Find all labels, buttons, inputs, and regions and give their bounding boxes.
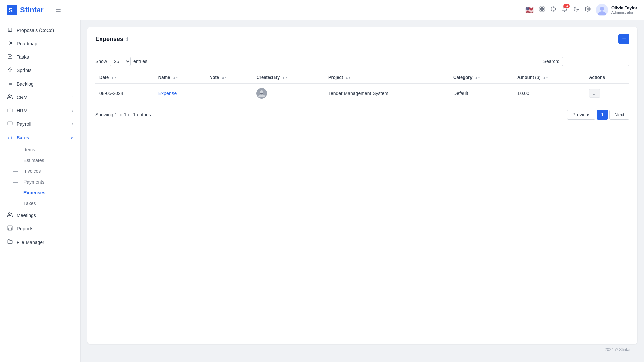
settings-icon[interactable] xyxy=(585,6,591,14)
sidebar-item-payroll[interactable]: Payroll › xyxy=(0,117,80,131)
table-header-row: Date ▲▼ Name ▲▼ Note ▲▼ Created By xyxy=(95,71,629,84)
sort-icon: ▲▼ xyxy=(543,76,548,79)
svg-point-39 xyxy=(260,93,263,95)
sidebar-item-label: Reports xyxy=(17,226,33,231)
sidebar-sub-label: Items xyxy=(23,147,35,152)
dash-icon: — xyxy=(13,147,18,152)
sidebar-item-meetings[interactable]: Meetings xyxy=(0,209,80,222)
hamburger-button[interactable]: ☰ xyxy=(56,6,61,14)
search-label: Search: xyxy=(543,59,559,64)
actions-button[interactable]: ... xyxy=(589,89,600,98)
reports-icon xyxy=(7,225,13,232)
cell-created-by xyxy=(252,84,324,103)
sidebar-item-reports[interactable]: Reports xyxy=(0,222,80,236)
sidebar-sub-item-items[interactable]: — Items xyxy=(0,144,80,155)
dash-icon: — xyxy=(13,179,18,185)
col-project[interactable]: Project ▲▼ xyxy=(324,71,449,84)
sidebar-sub-label: Invoices xyxy=(23,168,41,174)
sidebar-item-label: Sales xyxy=(17,135,29,140)
col-amount[interactable]: Amount ($) ▲▼ xyxy=(513,71,585,84)
card-header: Expenses ℹ + xyxy=(95,34,629,50)
header-left: S Stintar ☰ xyxy=(7,5,61,15)
cell-actions: ... xyxy=(585,84,629,103)
col-category[interactable]: Category ▲▼ xyxy=(449,71,513,84)
dash-icon: — xyxy=(13,158,18,163)
hrm-icon xyxy=(7,107,13,114)
sidebar-item-label: Sprints xyxy=(17,68,32,73)
table-controls: Show 25 10 50 100 entries Search: xyxy=(95,57,629,66)
logo-icon: S xyxy=(7,5,17,15)
sidebar-item-tasks[interactable]: Tasks xyxy=(0,50,80,64)
sidebar-item-label: Payroll xyxy=(17,121,31,127)
user-profile[interactable]: Olivia Taylor Administrator xyxy=(596,4,637,16)
sidebar: Proposals (CoCo) Roadmap Tasks Sprints B… xyxy=(0,20,81,362)
expense-link[interactable]: Expense xyxy=(158,91,177,96)
svg-point-25 xyxy=(8,95,10,96)
crosshair-icon[interactable] xyxy=(550,6,556,14)
backlog-icon xyxy=(7,81,13,87)
brand-name: Stintar xyxy=(20,6,44,14)
svg-text:S: S xyxy=(9,7,13,14)
showing-text: Showing 1 to 1 of 1 entries xyxy=(95,112,151,117)
user-info: Olivia Taylor Administrator xyxy=(611,5,637,14)
meetings-icon xyxy=(7,212,13,219)
card-title-row: Expenses ℹ xyxy=(95,36,128,43)
current-page[interactable]: 1 xyxy=(597,110,608,120)
search-input[interactable] xyxy=(562,57,629,66)
sidebar-sub-label: Expenses xyxy=(23,190,45,195)
sidebar-sub-item-estimates[interactable]: — Estimates xyxy=(0,155,80,166)
dark-mode-icon[interactable] xyxy=(573,6,579,14)
svg-rect-2 xyxy=(540,7,541,8)
creator-avatar-cell xyxy=(256,88,320,99)
sidebar-sub-label: Payments xyxy=(23,179,44,185)
col-name[interactable]: Name ▲▼ xyxy=(154,71,205,84)
sort-icon: ▲▼ xyxy=(222,76,227,79)
sidebar-item-crm[interactable]: CRM › xyxy=(0,91,80,104)
dash-icon: — xyxy=(13,190,18,195)
sidebar-sub-item-invoices[interactable]: — Invoices xyxy=(0,166,80,176)
sidebar-item-backlog[interactable]: Backlog xyxy=(0,77,80,91)
notification-badge: 54 xyxy=(563,4,570,8)
add-expense-button[interactable]: + xyxy=(618,34,629,44)
sidebar-sub-item-payments[interactable]: — Payments xyxy=(0,176,80,187)
chevron-down-icon: ∨ xyxy=(70,135,73,140)
sidebar-item-hrm[interactable]: HRM › xyxy=(0,104,80,117)
col-actions: Actions xyxy=(585,71,629,84)
layout: Proposals (CoCo) Roadmap Tasks Sprints B… xyxy=(0,20,644,362)
svg-marker-18 xyxy=(8,67,12,72)
header: S Stintar ☰ 🇺🇸 54 xyxy=(0,0,644,20)
sidebar-item-label: Meetings xyxy=(17,213,36,218)
header-right: 🇺🇸 54 Olivia Taylor xyxy=(525,4,637,16)
dash-icon: — xyxy=(13,168,18,174)
flag-icon[interactable]: 🇺🇸 xyxy=(525,6,534,14)
entries-select[interactable]: 25 10 50 100 xyxy=(110,57,131,66)
col-created-by[interactable]: Created By ▲▼ xyxy=(252,71,324,84)
sidebar-item-file-manager[interactable]: File Manager xyxy=(0,236,80,249)
next-button[interactable]: Next xyxy=(609,110,629,120)
apps-icon[interactable] xyxy=(539,6,545,14)
sidebar-sub-item-expenses[interactable]: — Expenses xyxy=(0,187,80,198)
expenses-card: Expenses ℹ + Show 25 10 50 100 entries xyxy=(87,27,637,344)
previous-button[interactable]: Previous xyxy=(567,110,595,120)
sidebar-item-sprints[interactable]: Sprints xyxy=(0,64,80,77)
entries-label: entries xyxy=(133,59,147,64)
logo: S Stintar xyxy=(7,5,44,15)
notifications-icon[interactable]: 54 xyxy=(562,6,568,14)
sidebar-item-proposals[interactable]: Proposals (CoCo) xyxy=(0,23,80,37)
info-icon[interactable]: ℹ xyxy=(126,36,128,42)
chevron-right-icon: › xyxy=(72,95,73,100)
sidebar-item-sales[interactable]: Sales ∨ xyxy=(0,131,80,144)
main-content: Expenses ℹ + Show 25 10 50 100 entries xyxy=(81,20,644,362)
cell-note xyxy=(205,84,252,103)
footer-text: 2024 © Stintar xyxy=(605,347,631,352)
col-note[interactable]: Note ▲▼ xyxy=(205,71,252,84)
col-date[interactable]: Date ▲▼ xyxy=(95,71,154,84)
svg-rect-5 xyxy=(542,10,544,11)
pagination-row: Showing 1 to 1 of 1 entries Previous 1 N… xyxy=(95,110,629,120)
sidebar-sub-item-taxes[interactable]: — Taxes xyxy=(0,198,80,209)
chevron-right-icon: › xyxy=(72,108,73,113)
footer: 2024 © Stintar xyxy=(87,344,637,355)
sidebar-item-roadmap[interactable]: Roadmap xyxy=(0,37,80,50)
sprints-icon xyxy=(7,67,13,74)
svg-point-11 xyxy=(587,8,589,10)
